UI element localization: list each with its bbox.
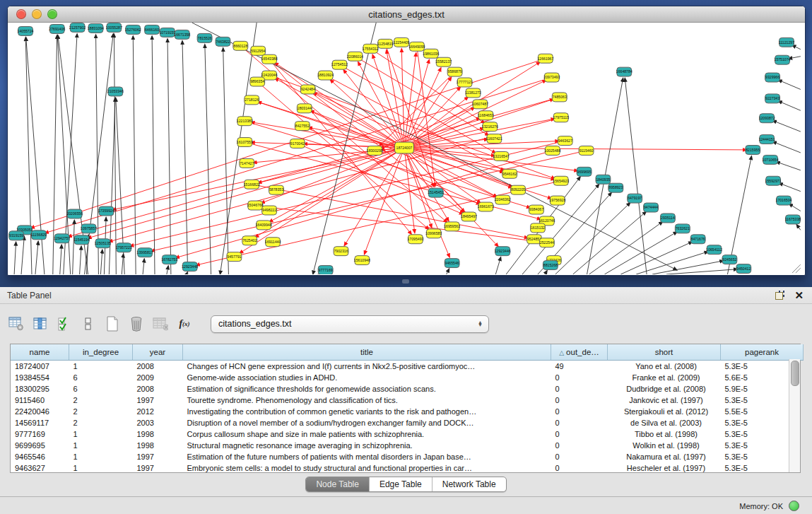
tab-edge-table[interactable]: Edge Table	[370, 477, 433, 491]
table-cell[interactable]: 18300295	[11, 383, 69, 395]
table-cell[interactable]: 1	[69, 361, 133, 373]
table-cell[interactable]: 0	[551, 440, 608, 451]
graph-node[interactable]: 6466160	[145, 25, 160, 34]
graph-node[interactable]: 7625402	[242, 236, 257, 245]
table-cell[interactable]: Embryonic stem cells: a model to study s…	[183, 462, 551, 474]
show-columns-icon[interactable]	[33, 316, 48, 332]
table-cell[interactable]: 1	[69, 440, 133, 451]
table-cell[interactable]: Tourette syndrome. Phenomenology and cla…	[183, 395, 551, 406]
graph-edge[interactable]	[778, 80, 801, 89]
graph-edge[interactable]	[205, 45, 211, 274]
graph-node[interactable]: 5912954	[251, 46, 266, 55]
graph-edge[interactable]	[789, 204, 801, 211]
graph-node[interactable]: 20973493	[543, 73, 560, 82]
table-cell[interactable]: 1998	[133, 440, 183, 451]
graph-node[interactable]: 9546162	[502, 169, 517, 178]
graph-node[interactable]: 12923446	[495, 247, 511, 256]
table-cell[interactable]: 18724007	[11, 361, 69, 373]
graph-edge[interactable]	[182, 41, 188, 274]
column-header-name[interactable]: name	[11, 344, 69, 361]
graph-edge[interactable]	[255, 206, 541, 243]
graph-edge[interactable]	[223, 48, 229, 274]
select-all-icon[interactable]	[57, 316, 72, 332]
graph-node[interactable]: 9329966	[765, 73, 780, 82]
new-column-icon[interactable]	[105, 316, 120, 332]
graph-node[interactable]: 17957223	[116, 243, 132, 252]
graph-node[interactable]: 15751074	[775, 55, 791, 64]
graph-node[interactable]: 10055287	[106, 23, 122, 32]
table-cell[interactable]: 9465546	[11, 451, 69, 462]
table-cell[interactable]: 1997	[133, 395, 183, 406]
graph-node[interactable]: 16649099	[408, 42, 425, 51]
graph-node[interactable]: 1840935	[596, 175, 611, 184]
graph-edge[interactable]	[589, 222, 663, 274]
graph-edge[interactable]	[666, 269, 737, 274]
graph-node[interactable]: 17016504	[776, 196, 792, 205]
graph-node[interactable]: 9699695	[577, 167, 592, 176]
table-cell[interactable]: 2	[69, 395, 133, 406]
column-header-year[interactable]: year	[133, 344, 183, 361]
table-cell[interactable]: 1	[69, 451, 133, 462]
table-mode-icon[interactable]	[8, 316, 24, 332]
graph-edge[interactable]	[385, 44, 434, 187]
graph-node[interactable]: 7485063	[552, 93, 567, 102]
graph-node[interactable]: 7463822	[216, 37, 230, 46]
graph-node[interactable]: 18810924	[317, 71, 334, 80]
graph-node[interactable]: 16959562	[444, 222, 460, 231]
graph-edge[interactable]	[772, 121, 800, 132]
graph-node[interactable]: 9586879	[447, 67, 462, 76]
table-cell[interactable]: 0	[551, 383, 608, 395]
graph-node[interactable]: 9242484	[300, 85, 315, 94]
graph-node[interactable]: 27691406	[49, 24, 65, 33]
table-row[interactable]: 2242004622012Investigating the contribut…	[11, 406, 804, 417]
graph-node[interactable]: 15046768	[247, 201, 264, 210]
graph-node[interactable]: 8215955	[746, 146, 760, 155]
graph-edge[interactable]	[372, 54, 404, 148]
graph-node[interactable]: 9319159	[9, 231, 24, 240]
graph-edge[interactable]	[96, 35, 99, 274]
table-scrollbar-thumb[interactable]	[791, 361, 799, 386]
graph-node[interactable]: 18724007	[395, 142, 414, 153]
graph-edge[interactable]	[80, 246, 81, 274]
graph-node[interactable]: 12093872	[759, 114, 775, 123]
graph-edge[interactable]	[404, 53, 416, 148]
table-cell[interactable]: 0	[551, 428, 608, 440]
network-graph[interactable]: 1405572427691406212579021883109410055287…	[8, 23, 803, 274]
graph-node[interactable]: 9465546	[445, 259, 459, 268]
graph-edge[interactable]	[100, 250, 102, 274]
table-cell[interactable]: 1997	[133, 462, 183, 474]
table-cell[interactable]: Nakamura et al. (1997)	[608, 451, 721, 462]
graph-node[interactable]: 18831094	[88, 23, 104, 33]
graph-node[interactable]: 9115460	[579, 146, 594, 156]
delete-table-icon[interactable]	[153, 316, 168, 332]
column-header-out_de[interactable]: △out_de…	[551, 344, 608, 361]
table-cell[interactable]: Genome-wide association studies in ADHD.	[183, 372, 551, 383]
graph-edge[interactable]	[114, 34, 116, 274]
table-cell[interactable]: Structural magnetic resonance image aver…	[183, 440, 551, 451]
column-header-short[interactable]: short	[608, 344, 721, 361]
graph-node[interactable]: 8660128	[233, 41, 248, 50]
graph-node[interactable]: 11545194	[73, 235, 90, 245]
graph-node[interactable]: 10996583	[425, 229, 442, 238]
function-builder-icon[interactable]: f(x)	[177, 316, 192, 332]
graph-node[interactable]: 16107553	[237, 138, 253, 147]
table-row[interactable]: 969969511998Structural magnetic resonanc…	[11, 440, 804, 451]
graph-edge[interactable]	[133, 36, 136, 274]
graph-node[interactable]: 14055724	[18, 26, 34, 35]
graph-node[interactable]: 13995817	[137, 248, 153, 257]
graph-edge[interactable]	[417, 47, 435, 187]
table-cell[interactable]: 0	[551, 451, 608, 462]
graph-edge[interactable]	[122, 254, 123, 274]
graph-node[interactable]: 17777121	[457, 78, 473, 87]
table-cell[interactable]: Stergiakouli et al. (2012)	[608, 406, 721, 417]
graph-node[interactable]: 19756928	[549, 196, 565, 205]
graph-node[interactable]: 15592971	[765, 176, 782, 185]
table-row[interactable]: 1456911722003Disruption of a novel membe…	[11, 417, 804, 428]
graph-edge[interactable]	[495, 257, 500, 274]
column-header-title[interactable]: title	[183, 344, 551, 361]
graph-node[interactable]: 10719155	[159, 28, 175, 37]
graph-node[interactable]: 9896354	[250, 77, 265, 86]
resize-grip[interactable]	[792, 264, 801, 273]
graph-edge[interactable]	[404, 148, 746, 150]
table-cell[interactable]: 2	[69, 406, 133, 417]
